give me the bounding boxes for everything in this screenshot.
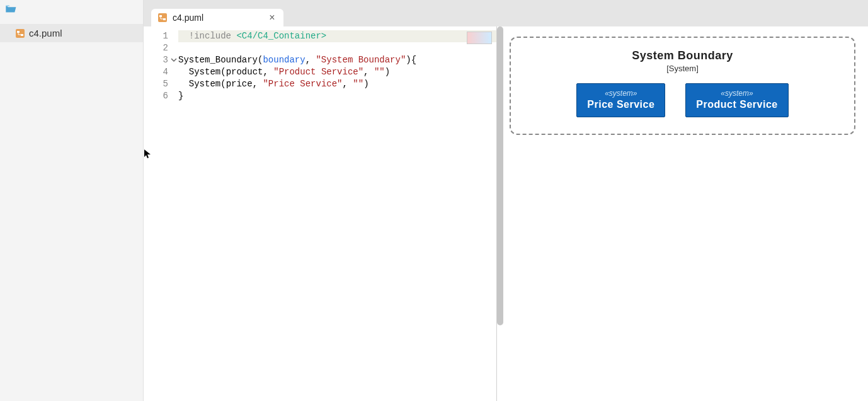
- line-number: 5: [144, 78, 178, 90]
- file-item-c4-puml[interactable]: c4.puml: [0, 24, 143, 42]
- line-number-value: 3: [163, 55, 168, 65]
- system-label: Product Service: [696, 99, 777, 110]
- token-directive: !include: [189, 31, 231, 41]
- mouse-cursor-icon: [144, 149, 151, 159]
- puml-file-icon: [15, 28, 25, 38]
- system-price-service: «system» Price Service: [576, 83, 665, 117]
- token-str: "System Boundary": [316, 55, 406, 65]
- line-gutter: 1 2 3 4 5 6: [144, 26, 178, 401]
- system-boundary-box: System Boundary [System] «system» Price …: [510, 37, 855, 135]
- token-id: price: [226, 79, 253, 89]
- svg-rect-2: [21, 34, 23, 36]
- system-label: Price Service: [587, 99, 654, 110]
- tab-label: c4.puml: [173, 13, 262, 23]
- boundary-title: System Boundary: [520, 49, 845, 62]
- code-line: !include <C4/C4_Container>: [178, 30, 496, 42]
- line-number: 3: [144, 54, 178, 66]
- file-tree: c4.puml: [0, 18, 143, 42]
- token-plain: ){: [406, 55, 416, 65]
- svg-rect-0: [16, 29, 25, 38]
- diagram-preview[interactable]: System Boundary [System] «system» Price …: [496, 26, 868, 401]
- token-id: product: [226, 67, 263, 77]
- tab-c4-puml[interactable]: c4.puml ×: [151, 9, 283, 26]
- line-number: 6: [144, 90, 178, 102]
- boundary-subtitle: [System]: [520, 64, 845, 73]
- token-id: boundary: [263, 55, 305, 65]
- line-number: 2: [144, 42, 178, 54]
- code-editor[interactable]: 1 2 3 4 5 6 !include <C4/C4_Container> S…: [144, 26, 496, 401]
- system-stereotype: «system»: [696, 89, 777, 98]
- code-content[interactable]: !include <C4/C4_Container> System_Bounda…: [178, 26, 496, 401]
- code-line: System(price, "Price Service", ""): [178, 78, 496, 90]
- system-product-service: «system» Product Service: [685, 83, 788, 117]
- preview-scrollbar[interactable]: [497, 26, 503, 325]
- file-explorer: c4.puml: [0, 0, 144, 401]
- close-icon[interactable]: ×: [267, 13, 277, 23]
- chevron-down-icon[interactable]: [171, 57, 177, 63]
- token-str: "": [374, 67, 385, 77]
- token-str: "Product Service": [273, 67, 363, 77]
- token-str: "Price Service": [263, 79, 342, 89]
- token-path: <C4/C4_Container>: [236, 31, 326, 41]
- system-stereotype: «system»: [587, 89, 654, 98]
- svg-rect-1: [17, 31, 20, 33]
- svg-rect-4: [159, 15, 162, 17]
- systems-row: «system» Price Service «system» Product …: [520, 83, 845, 117]
- token-str: "": [353, 79, 363, 89]
- editor-area: c4.puml × 1 2 3 4 5 6 !include <C4/C: [144, 0, 868, 401]
- puml-file-icon: [157, 13, 168, 23]
- svg-rect-3: [158, 13, 167, 22]
- token-plain: }: [178, 91, 183, 101]
- token-fn: System: [189, 67, 220, 77]
- tab-bar: c4.puml ×: [144, 0, 868, 26]
- svg-rect-5: [163, 18, 166, 20]
- token-fn: System_Boundary: [178, 55, 258, 65]
- file-item-label: c4.puml: [29, 28, 62, 38]
- editor-body: 1 2 3 4 5 6 !include <C4/C4_Container> S…: [144, 26, 868, 401]
- line-number: 4: [144, 66, 178, 78]
- code-line: [178, 42, 496, 54]
- explorer-header: [0, 0, 143, 18]
- folder-open-icon[interactable]: [5, 4, 16, 13]
- app-root: c4.puml c4.puml × 1 2 3 4: [0, 0, 868, 401]
- code-line: }: [178, 90, 496, 102]
- code-line: System(product, "Product Service", ""): [178, 66, 496, 78]
- token-fn: System: [189, 79, 220, 89]
- line-number: 1: [144, 30, 178, 42]
- code-line: System_Boundary(boundary, "System Bounda…: [178, 54, 496, 66]
- minimap-thumbnail[interactable]: [467, 32, 492, 44]
